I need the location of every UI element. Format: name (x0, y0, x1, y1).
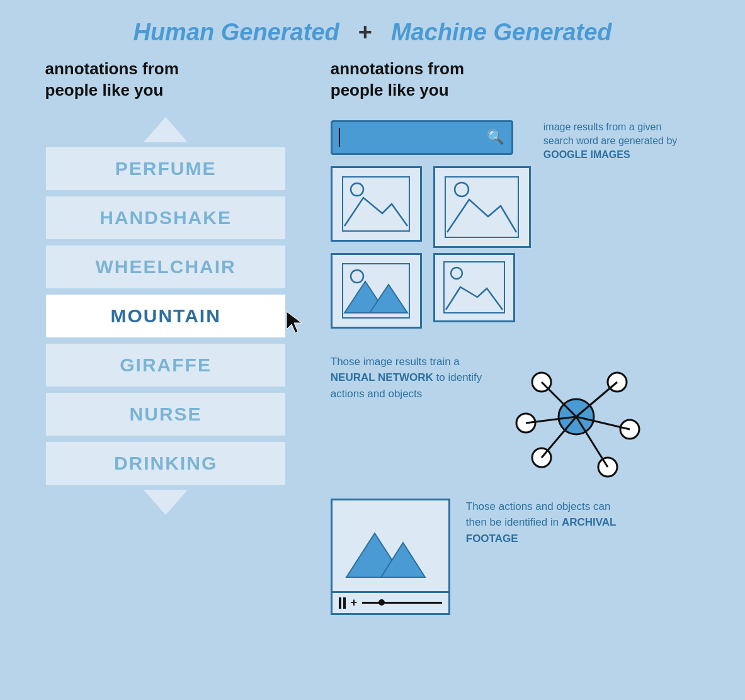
header: Human Generated + Machine Generated (133, 19, 611, 46)
main-container: Human Generated + Machine Generated anno… (0, 0, 745, 700)
scroll-down-arrow[interactable] (144, 490, 188, 515)
cursor-icon (285, 310, 304, 334)
left-column: annotations frompeople like you PERFUME … (26, 59, 305, 700)
search-bar[interactable]: 🔍 (331, 120, 513, 155)
word-item-wheelchair[interactable]: WHEELCHAIR (46, 246, 285, 288)
svg-point-9 (451, 268, 462, 279)
text-cursor (339, 128, 340, 147)
timeline[interactable] (362, 602, 441, 604)
neural-network-diagram (507, 354, 645, 480)
video-controls: + (333, 591, 448, 613)
image-result-2 (433, 166, 531, 248)
arrow-up-container (26, 117, 305, 147)
right-subtitle: annotations frompeople like you (331, 59, 464, 101)
header-machine-label: Machine Generated (391, 19, 612, 46)
word-item-nurse[interactable]: NURSE (46, 393, 285, 436)
pause-icon (339, 597, 346, 609)
search-icon: 🔍 (487, 129, 504, 145)
word-item-perfume[interactable]: PERFUME (46, 147, 285, 190)
image-result-3 (331, 253, 422, 329)
search-section: 🔍 (331, 120, 719, 341)
archival-section: + Those actions and objects can then be … (331, 499, 719, 615)
svg-marker-0 (287, 312, 302, 333)
header-plus-label: + (358, 19, 372, 46)
word-item-giraffe[interactable]: GIRAFFE (46, 344, 285, 387)
image-result-4 (433, 253, 515, 322)
image-grid (331, 166, 531, 329)
neural-section: Those image results train a NEURAL NETWO… (331, 354, 719, 480)
archival-description: Those actions and objects can then be id… (466, 499, 617, 547)
word-item-mountain[interactable]: MOUNTAIN (46, 295, 285, 337)
header-human-label: Human Generated (133, 19, 339, 46)
archival-footage-image: + (331, 499, 450, 615)
word-item-handshake[interactable]: HANDSHAKE (46, 196, 285, 239)
timeline-position (378, 599, 385, 606)
google-images-label: GOOGLE IMAGES (543, 149, 630, 160)
plus-control: + (351, 596, 358, 609)
archival-img-content (333, 500, 448, 591)
word-list: PERFUME HANDSHAKE WHEELCHAIR MOUNTAIN GI… (26, 147, 305, 485)
pause-bar-2 (343, 597, 346, 609)
image-result-1 (331, 166, 422, 242)
arrow-down-container (26, 485, 305, 515)
archival-footage-label: ARCHIVAL FOOTAGE (466, 516, 616, 545)
pause-bar-1 (339, 597, 341, 609)
search-description: image results from a given search word a… (543, 120, 688, 162)
word-item-drinking[interactable]: DRINKING (46, 442, 285, 485)
scroll-up-arrow[interactable] (144, 117, 188, 142)
svg-point-3 (455, 183, 469, 196)
right-column: annotations frompeople like you 🔍 (331, 59, 719, 700)
svg-point-5 (351, 270, 363, 283)
columns: annotations frompeople like you PERFUME … (26, 59, 719, 700)
svg-point-1 (351, 183, 363, 196)
left-subtitle: annotations frompeople like you (45, 59, 179, 101)
neural-description: Those image results train a NEURAL NETWO… (331, 354, 494, 402)
